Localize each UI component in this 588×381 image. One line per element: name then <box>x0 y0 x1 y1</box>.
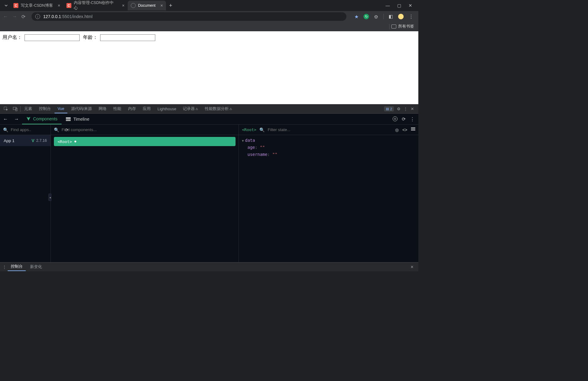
browser-tab-1[interactable]: C 内容管理-CSDN创作中心 × <box>63 1 128 10</box>
profile-avatar[interactable] <box>398 13 404 20</box>
all-bookmarks-button[interactable]: 所有书签 <box>398 24 414 29</box>
state-menu-icon[interactable] <box>411 127 415 132</box>
state-search-input[interactable] <box>268 127 392 132</box>
browser-menu-icon[interactable]: ⋮ <box>409 14 413 19</box>
nav-reload-icon[interactable]: ⟳ <box>21 14 25 20</box>
separator <box>20 106 21 112</box>
address-bar: ← → ⟳ i 127.0.0.1:5501/index.html ★ ↻ ⯐ … <box>0 11 418 22</box>
messages-badge[interactable]: ▤ 2 <box>384 106 394 111</box>
separator <box>383 14 384 19</box>
devtools-tab-sources[interactable]: 源代码/来源 <box>68 104 95 113</box>
vue-menu-icon[interactable]: ⋮ <box>410 116 415 122</box>
drawer-tab-whatsnew[interactable]: 新变化 <box>27 263 45 271</box>
open-in-editor-icon[interactable]: <> <box>402 127 407 132</box>
url-input[interactable]: i 127.0.0.1:5501/index.html <box>32 12 346 21</box>
separator <box>389 24 390 29</box>
vue-state-panel: <Root> 🔍 ◎ <> ▼data age: "" username: "" <box>239 125 418 262</box>
drawer-close-icon[interactable]: × <box>408 264 416 270</box>
devtools-tab-performance[interactable]: 性能 <box>110 104 124 113</box>
nav-forward-icon[interactable]: → <box>12 14 17 19</box>
state-group-data[interactable]: ▼data <box>242 137 415 144</box>
devtools: 元素 控制台 Vue 源代码/来源 网络 性能 内存 应用 Lighthouse… <box>0 104 418 271</box>
toolbar-icons: ★ ↻ ⯐ ◧ ⋮ <box>352 13 415 20</box>
state-prop-age[interactable]: age: "" <box>242 144 415 151</box>
vue-inspect-icon[interactable] <box>393 116 398 121</box>
component-tree-root[interactable]: <Root> <box>54 137 236 146</box>
devtools-tab-application[interactable]: 应用 <box>140 104 154 113</box>
tree-search-input[interactable] <box>62 127 236 132</box>
devtools-close-icon[interactable]: ✕ <box>411 107 414 111</box>
vue-tab-timeline[interactable]: Timeline <box>62 114 93 124</box>
devtools-settings-icon[interactable]: ⚙ <box>397 107 401 111</box>
age-input[interactable] <box>100 34 155 41</box>
age-label: 年龄： <box>83 35 98 40</box>
side-panel-icon[interactable]: ◧ <box>389 14 393 19</box>
window-close-icon[interactable]: ✕ <box>409 3 412 8</box>
device-toolbar-icon[interactable] <box>11 107 20 111</box>
vue-tab-components[interactable]: Components <box>22 114 62 124</box>
search-icon: 🔍 <box>54 127 59 132</box>
tab-search-dropdown[interactable] <box>2 4 10 7</box>
site-info-icon[interactable]: i <box>35 14 40 19</box>
devtools-drawer: ⋮ 控制台 新变化 × <box>0 262 418 271</box>
inspect-element-icon[interactable] <box>2 107 10 111</box>
folder-icon <box>391 25 396 28</box>
vue-refresh-icon[interactable]: ⟳ <box>402 116 406 122</box>
extensions-icon[interactable]: ⯐ <box>374 14 379 19</box>
window-controls: — ▢ ✕ <box>386 3 417 8</box>
tab-close-icon[interactable]: × <box>58 3 60 8</box>
vue-devtools-bar: ← → Components Timeline ⟳ ⋮ <box>0 114 418 125</box>
devtools-tab-memory[interactable]: 内存 <box>125 104 139 113</box>
apps-search-row: 🔍 ⟳ <box>0 125 51 135</box>
devtools-tab-perf-insights[interactable]: 性能数据分析⚠ <box>202 104 235 113</box>
bookmark-bar: 所有书签 <box>0 22 418 31</box>
scroll-to-component-icon[interactable]: ◎ <box>395 127 399 132</box>
tab-title: 内容管理-CSDN创作中心 <box>74 0 117 11</box>
vue-tab-label: Components <box>33 116 57 121</box>
timeline-icon <box>66 117 71 121</box>
drawer-tab-console[interactable]: 控制台 <box>8 263 26 271</box>
favicon-csdn-icon: C <box>13 3 18 8</box>
devtools-tab-bar: 元素 控制台 Vue 源代码/来源 网络 性能 内存 应用 Lighthouse… <box>0 104 418 114</box>
tab-title: Document <box>138 3 156 8</box>
favicon-csdn-icon: C <box>66 3 71 8</box>
browser-tab-2[interactable]: Document × <box>128 1 166 10</box>
drawer-menu-icon[interactable]: ⋮ <box>2 265 6 269</box>
bookmark-star-icon[interactable]: ★ <box>354 14 359 20</box>
live-reload-icon[interactable]: ↻ <box>364 14 369 19</box>
devtools-tab-console[interactable]: 控制台 <box>36 104 54 113</box>
nav-back-icon[interactable]: ← <box>3 14 8 19</box>
devtools-tab-network[interactable]: 网络 <box>96 104 110 113</box>
vue-version-badge: V 2.7.16 <box>32 138 47 143</box>
browser-tab-strip: C 写文章-CSDN博客 × C 内容管理-CSDN创作中心 × Documen… <box>0 0 418 11</box>
tab-close-icon[interactable]: × <box>160 3 163 8</box>
vue-components-icon <box>26 117 31 121</box>
vue-forward-icon[interactable]: → <box>11 116 22 122</box>
devtools-tab-lighthouse[interactable]: Lighthouse <box>154 104 179 113</box>
collapse-triangle-icon[interactable]: ▼ <box>242 139 244 142</box>
window-minimize-icon[interactable]: — <box>386 3 390 8</box>
vue-logo-icon: V <box>32 138 34 143</box>
tab-close-icon[interactable]: × <box>122 3 125 8</box>
vue-back-icon[interactable]: ← <box>0 116 11 122</box>
devtools-tab-recorder[interactable]: 记录器⚠ <box>180 104 201 113</box>
state-header: <Root> 🔍 ◎ <> <box>239 125 418 135</box>
vue-component-tree-panel: 🔍 <Root> <box>51 125 239 262</box>
search-icon: 🔍 <box>3 127 8 132</box>
render-indicator-icon <box>74 141 76 142</box>
state-prop-username[interactable]: username: "" <box>242 151 415 158</box>
tree-search-row: 🔍 <box>51 125 239 135</box>
devtools-tab-elements[interactable]: 元素 <box>21 104 35 113</box>
panel-collapse-handle[interactable]: ◂ <box>48 194 51 201</box>
browser-tab-0[interactable]: C 写文章-CSDN博客 × <box>10 1 63 10</box>
username-label: 用户名： <box>2 35 22 40</box>
vue-panels: 🔍 ⟳ App 1 V 2.7.16 ◂ 🔍 <Root> <box>0 125 418 262</box>
favicon-globe-icon <box>131 3 136 8</box>
vue-app-item[interactable]: App 1 V 2.7.16 <box>0 135 51 146</box>
search-icon: 🔍 <box>259 127 265 132</box>
devtools-tab-vue[interactable]: Vue <box>55 104 67 113</box>
new-tab-button[interactable]: + <box>166 2 175 9</box>
username-input[interactable] <box>24 34 80 41</box>
devtools-menu-icon[interactable]: ⋮ <box>404 107 408 111</box>
window-maximize-icon[interactable]: ▢ <box>397 3 401 8</box>
